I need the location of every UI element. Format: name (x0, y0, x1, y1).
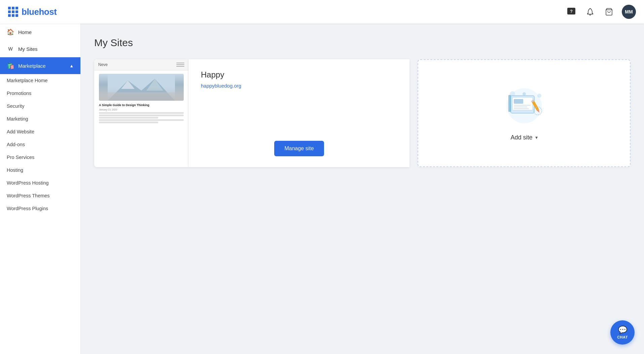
logo-grid-icon (8, 7, 18, 17)
thumbnail-text-lines (99, 112, 184, 123)
main-content: My Sites Neve (81, 24, 644, 354)
svg-rect-3 (108, 74, 175, 101)
header: bluehost ? MM (0, 0, 644, 24)
sidebar-item-pro-services[interactable]: Pro Services (0, 151, 80, 164)
chat-icon: 💬 (618, 326, 627, 334)
sidebar-item-label: My Sites (18, 46, 38, 52)
add-site-text: Add site (510, 134, 532, 141)
sidebar-item-promotions[interactable]: Promotions (0, 87, 80, 100)
add-site-label: Add site ▾ (510, 134, 537, 141)
svg-rect-13 (514, 99, 523, 104)
site-info-card: Happy happybluedog.org Manage site (188, 59, 409, 167)
bag-icon: 🛍️ (7, 62, 14, 69)
thumbnail-article-title: A Simple Guide to Design Thinking (99, 103, 184, 107)
sidebar-item-my-sites[interactable]: W My Sites (0, 40, 80, 57)
cart-button[interactable] (603, 6, 615, 18)
sidebar-item-security[interactable]: Security (0, 100, 80, 112)
svg-rect-14 (514, 105, 531, 106)
manage-site-button[interactable]: Manage site (274, 141, 324, 156)
help-icon-button[interactable]: ? (565, 6, 577, 18)
svg-point-10 (537, 94, 541, 98)
chat-button[interactable]: 💬 CHAT (610, 320, 635, 345)
svg-text:?: ? (570, 9, 573, 14)
thumbnail-site-name: Neve (98, 62, 108, 67)
thumbnail-header: Neve (94, 59, 188, 70)
marketplace-chevron-icon: ▲ (69, 63, 74, 68)
sidebar-item-wordpress-hosting[interactable]: WordPress Hosting (0, 176, 80, 189)
logo-text: bluehost (22, 7, 57, 17)
sidebar-item-wordpress-themes[interactable]: WordPress Themes (0, 189, 80, 202)
svg-point-22 (523, 92, 526, 96)
svg-rect-16 (514, 108, 529, 109)
layout: 🏠 Home W My Sites 🛍️ Marketplace ▲ Marke… (0, 24, 644, 354)
thumbnail-menu-icon (176, 62, 184, 67)
svg-rect-7 (108, 92, 175, 101)
thumbnail-content: A Simple Guide to Design Thinking Januar… (94, 70, 188, 131)
add-site-illustration (502, 86, 546, 126)
avatar[interactable]: MM (622, 5, 636, 19)
home-icon: 🏠 (7, 28, 14, 36)
sidebar-item-home[interactable]: 🏠 Home (0, 24, 80, 40)
sidebar-item-marketplace[interactable]: 🛍️ Marketplace ▲ (0, 57, 80, 74)
thumbnail-article-date: January 13, 2020 (99, 108, 184, 111)
sites-grid: Neve (94, 59, 631, 167)
header-actions: ? MM (565, 5, 636, 19)
add-site-chevron-icon: ▾ (535, 135, 538, 140)
sidebar-item-marketplace-home[interactable]: Marketplace Home (0, 74, 80, 87)
sidebar-item-hosting[interactable]: Hosting (0, 164, 80, 176)
sidebar-item-wordpress-plugins[interactable]: WordPress Plugins (0, 202, 80, 215)
svg-rect-15 (514, 106, 527, 107)
site-url[interactable]: happybluedog.org (201, 83, 397, 89)
notification-bell-button[interactable] (584, 6, 596, 18)
svg-rect-17 (508, 95, 511, 112)
sidebar: 🏠 Home W My Sites 🛍️ Marketplace ▲ Marke… (0, 24, 81, 354)
page-title: My Sites (94, 37, 631, 49)
site-name: Happy (201, 70, 397, 79)
site-thumbnail-card: Neve (94, 59, 188, 167)
logo: bluehost (8, 7, 57, 17)
sidebar-item-marketplace-label: Marketplace (18, 63, 46, 69)
wordpress-icon: W (7, 45, 14, 53)
thumbnail-mountain-image (99, 74, 184, 101)
sidebar-item-add-website[interactable]: Add Website (0, 125, 80, 138)
sidebar-item-marketing[interactable]: Marketing (0, 112, 80, 125)
chat-label: CHAT (617, 335, 628, 339)
sidebar-item-add-ons[interactable]: Add-ons (0, 138, 80, 151)
add-site-card[interactable]: Add site ▾ (418, 59, 631, 167)
sidebar-item-label: Home (18, 29, 32, 35)
